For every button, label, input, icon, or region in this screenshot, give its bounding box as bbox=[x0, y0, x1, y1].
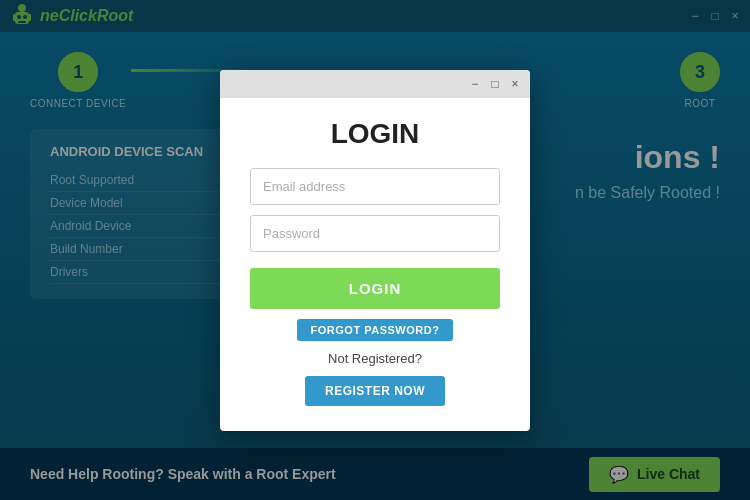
password-input[interactable] bbox=[250, 215, 500, 252]
login-button[interactable]: LOGIN bbox=[250, 268, 500, 309]
dialog-minimize-button[interactable]: − bbox=[468, 77, 482, 91]
dialog-maximize-button[interactable]: □ bbox=[488, 77, 502, 91]
modal-overlay: − □ × LOGIN LOGIN FORGOT PASSWORD? Not R… bbox=[0, 0, 750, 500]
login-dialog: − □ × LOGIN LOGIN FORGOT PASSWORD? Not R… bbox=[220, 70, 530, 431]
register-now-button[interactable]: REGISTER NOW bbox=[305, 376, 445, 406]
email-input[interactable] bbox=[250, 168, 500, 205]
dialog-close-button[interactable]: × bbox=[508, 77, 522, 91]
dialog-body: LOGIN LOGIN FORGOT PASSWORD? Not Registe… bbox=[220, 98, 530, 431]
app-window: neClickRoot − □ × 1 CONNECT DEVICE bbox=[0, 0, 750, 500]
dialog-title-bar: − □ × bbox=[220, 70, 530, 98]
login-title: LOGIN bbox=[250, 118, 500, 150]
forgot-password-button[interactable]: FORGOT PASSWORD? bbox=[297, 319, 454, 341]
not-registered-text: Not Registered? bbox=[250, 351, 500, 366]
